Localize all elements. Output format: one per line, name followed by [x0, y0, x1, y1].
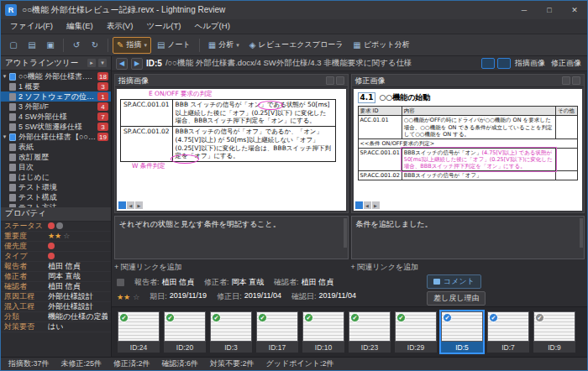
tab-flagged-image[interactable]: 指摘画像 [513, 58, 547, 69]
issue-thumbnail[interactable]: ✔ID:29 [395, 311, 437, 353]
section-icon [9, 123, 16, 131]
document-icon [9, 133, 16, 141]
zoom-fit-icon[interactable] [326, 76, 334, 85]
analysis-button[interactable]: ▦分析▾ [204, 37, 244, 54]
tree-item-section[interactable]: 3 外部I/F4 [1, 102, 111, 112]
fixed-image-view-icon[interactable] [497, 58, 511, 69]
outline-tree: ▾○○機能 外部仕様書.docx18 1 概要3 2 ソフトウェアの位置付け1 … [1, 71, 111, 207]
page-box-icon[interactable] [355, 201, 363, 209]
flagged-panel-header: 指摘画像 [115, 75, 348, 87]
flag-comment-box[interactable]: それぞれの状態と見なす条件を明記すること。 [114, 216, 349, 259]
requirement-text-cell: BBBスイッチの信号が「オフ」であるか、「オン」(4.75[V]以上) が 50… [172, 127, 335, 162]
menu-help[interactable]: ヘルプ(H) [187, 21, 236, 32]
return-reason-button[interactable]: 差し戻し理由 [427, 291, 486, 306]
tree-item-section[interactable]: 目次 [1, 162, 111, 172]
add-related-link-fixed[interactable]: + 関連リンクを追加 [351, 262, 585, 273]
caret-icon[interactable]: ▾ [1, 133, 8, 140]
flag-button[interactable]: ✎指摘▾ [113, 37, 151, 54]
tree-item-section[interactable]: 1 概要3 [1, 81, 111, 91]
tree-item-section[interactable]: 5 SW状態遷移仕様3 [1, 122, 111, 132]
chevron-down-icon: ▾ [144, 42, 147, 49]
next-page-icon[interactable]: ▶ [135, 201, 143, 209]
maximize-button[interactable]: □ [537, 1, 562, 19]
tree-item-section[interactable]: 4 SW外部仕様7 [1, 112, 111, 122]
properties-header: プロパティ [1, 207, 111, 222]
next-page-icon[interactable]: ▶ [372, 201, 380, 209]
tree-item-section[interactable]: 改訂履歴 [1, 152, 111, 162]
thumbnail-id-label: ID:5 [441, 342, 483, 353]
fixer-label: 修正者: [204, 277, 229, 288]
speech-bubble-icon [433, 279, 440, 285]
flagged-image-view-icon[interactable] [481, 58, 495, 69]
menu-file[interactable]: ファイル(F) [3, 21, 60, 32]
issue-count-badge: 3 [97, 82, 108, 91]
page-box-icon[interactable] [118, 201, 126, 209]
menu-edit[interactable]: 編集(E) [60, 21, 100, 32]
undo-button[interactable]: ↺ [68, 37, 85, 54]
prev-page-icon[interactable]: ◀ [364, 201, 371, 209]
add-related-link-flagged[interactable]: + 関連リンクを追加 [114, 262, 349, 273]
fixed-date-value: 2019/11/04 [244, 291, 281, 302]
next-issue-button[interactable]: ▶ [131, 58, 143, 70]
section-icon [9, 174, 16, 181]
zoom-actual-icon[interactable] [572, 76, 580, 85]
comment-button[interactable]: コメント [427, 274, 481, 289]
collapse-all-icon[interactable]: ▾ [98, 59, 107, 67]
tree-item-section[interactable]: テスト構成 [1, 192, 111, 202]
review-explorer-button[interactable]: ◈レビューエクスプローラ [245, 37, 348, 54]
issue-thumbnail[interactable]: ✔ID:20 [164, 311, 206, 353]
star-filled-icon: ★★ [117, 293, 130, 301]
issue-thumbnail[interactable]: ✔ID:23 [349, 311, 391, 353]
menu-tools[interactable]: ツール(T) [139, 21, 187, 32]
note-button-label: ノート [167, 39, 190, 50]
fix-comment-box[interactable]: 条件を追記しました。 [351, 216, 585, 259]
window-title: ○○機能 外部仕様レビュー記録.revx - Lightning Review [22, 4, 225, 16]
pivot-analysis-button[interactable]: ▦ピボット分析 [349, 37, 413, 54]
property-action-needed[interactable]: 対策要否はい [1, 322, 111, 332]
caret-icon[interactable]: ▾ [1, 73, 8, 80]
flagged-document-image[interactable]: E ON/OFF 要求の判定 SP.ACC.001.01 BBB スイッチの信号… [117, 89, 346, 211]
fixed-image-panel: 修正画像 4.1 ○○機能の始動 要求 ID [351, 74, 585, 213]
open-file-button[interactable]: ▤ [24, 37, 40, 54]
tree-item-document[interactable]: ▾○○機能 外部仕様書.docx18 [1, 71, 111, 81]
tree-item-section[interactable]: はじめに [1, 172, 111, 182]
issue-thumbnail[interactable]: ✔ID:17 [256, 311, 298, 353]
expand-all-icon[interactable]: ▸ [87, 59, 96, 67]
tree-item-document[interactable]: ▾外部仕様仕様書【○○機能】19 [1, 132, 111, 142]
analysis-button-label: 分析 [218, 39, 234, 50]
thumbnail-id-label: ID:9 [533, 342, 575, 353]
issue-thumbnail[interactable]: ✔ID:7 [487, 311, 529, 353]
due-date-label: 期日: [150, 291, 167, 302]
review-mark-caption: W 条件判定 [132, 162, 343, 170]
issue-thumbnail[interactable]: ✔ID:24 [118, 311, 160, 353]
issue-thumbnail[interactable]: ✔ID:3 [210, 311, 252, 353]
zoom-actual-icon[interactable] [336, 76, 344, 85]
section-title: ○○機能の始動 [379, 93, 430, 102]
prev-page-icon[interactable]: ◀ [127, 201, 134, 209]
redo-button[interactable]: ↻ [87, 37, 103, 54]
save-button[interactable]: ▣ [42, 37, 59, 54]
tree-item-section[interactable]: テスト環境 [1, 182, 111, 192]
status-check-icon: ✔ [212, 313, 221, 322]
issue-thumbnail[interactable]: ✔ID:9 [533, 311, 575, 353]
tree-item-section[interactable]: 表紙 [1, 142, 111, 152]
note-button[interactable]: ▤ノート [153, 37, 195, 54]
properties-panel: ステータス 重要度★★☆ 優先度 タイプ 報告者植田 信貞 修正者岡本 直哉 確… [1, 222, 111, 358]
fixed-document-image[interactable]: 4.1 ○○機能の始動 要求 ID 内容 その他 ACC.01 [354, 89, 583, 211]
requirement-text-cell: BBBスイッチの信号が「オフ」 [402, 171, 555, 180]
minimize-button[interactable]: ─ [512, 1, 537, 19]
tree-item-section-selected[interactable]: 2 ソフトウェアの位置付け1 [1, 91, 111, 102]
document-icon [9, 73, 16, 81]
prev-issue-button[interactable]: ◀ [116, 58, 128, 70]
new-file-button[interactable]: ▢ [5, 37, 22, 54]
toolbar-separator [199, 39, 200, 52]
tab-fixed-image[interactable]: 修正画像 [549, 58, 583, 69]
issue-thumbnail-selected[interactable]: ✔ID:5 [441, 311, 483, 353]
menu-view[interactable]: 表示(V) [100, 21, 140, 32]
confirmer-value: 植田 信貞 [302, 277, 334, 288]
person-icon [117, 279, 124, 286]
close-button[interactable]: ✕ [562, 1, 587, 19]
thumbnail-image: ✔ [164, 311, 206, 342]
zoom-fit-icon[interactable] [562, 76, 570, 85]
issue-thumbnail[interactable]: ✔ID:10 [302, 311, 344, 353]
